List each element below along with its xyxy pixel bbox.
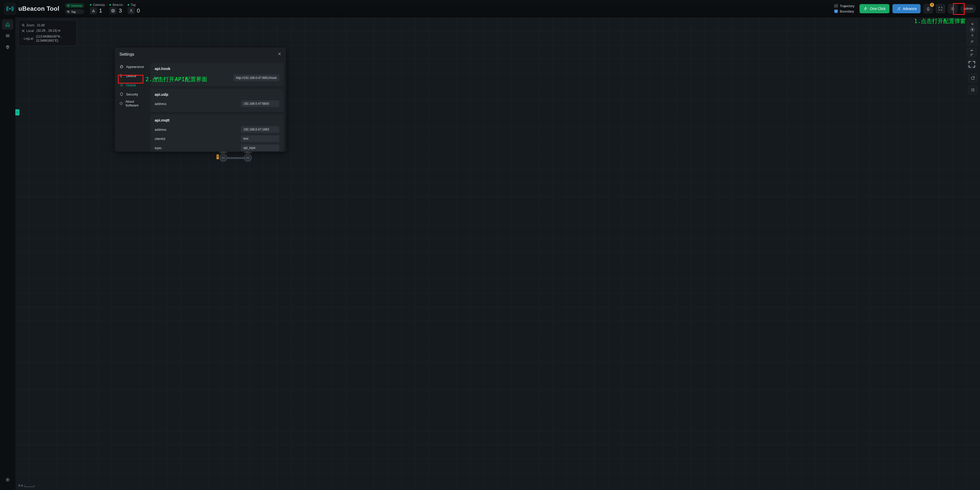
modal-close-button[interactable] bbox=[278, 52, 281, 57]
user-name: Admin bbox=[963, 6, 973, 10]
modal-nav-about[interactable]: About Software bbox=[117, 99, 147, 108]
status-chips: Gateway Tag bbox=[65, 3, 84, 14]
counter-beacon: Beacon 3 bbox=[110, 3, 123, 14]
zoom-value: 21.00 bbox=[37, 24, 45, 27]
toggle-boundary-label: Boundary bbox=[840, 10, 854, 13]
modal-nav-appearance[interactable]: Appearance bbox=[117, 62, 147, 71]
expand-left-panel[interactable] bbox=[15, 109, 19, 115]
svg-point-7 bbox=[7, 479, 8, 480]
api-mqtt-address-value[interactable]: 192.168.0.47:1883 bbox=[241, 126, 279, 133]
modal-nav-security-label: Security bbox=[126, 93, 138, 96]
modal-nav-global[interactable]: Global bbox=[117, 81, 147, 89]
svg-point-0 bbox=[9, 8, 11, 10]
lnglat-value: (113.94368100°N，22.54861681°E) bbox=[36, 35, 73, 42]
api-udp-title: api.udp bbox=[155, 92, 279, 97]
svg-point-11 bbox=[248, 158, 248, 158]
zoom-label-text: Zoom: bbox=[26, 24, 35, 27]
checkbox-icon bbox=[834, 4, 838, 8]
modal-nav-security[interactable]: Security bbox=[117, 90, 147, 99]
right-tools-bottom bbox=[968, 73, 977, 94]
api-hook-url-value[interactable]: http://192.168.0.47:8901/hook bbox=[234, 75, 279, 81]
counter-beacon-value: 3 bbox=[119, 7, 122, 14]
section-api-udp: api.udp address 192.168.0.47:5600 bbox=[151, 89, 283, 112]
checkbox-icon bbox=[834, 10, 838, 13]
modal-content: api.hook url http://192.168.0.47:8901/ho… bbox=[149, 61, 286, 152]
layer-toggles: Trajectory Boundary bbox=[834, 4, 854, 13]
dot-icon bbox=[127, 4, 129, 6]
api-mqtt-title: api.mqtt bbox=[155, 118, 279, 122]
logo-icon bbox=[4, 3, 16, 14]
counters: Gateway 1 Beacon 3 Tag bbox=[90, 3, 140, 14]
right-tools-top: N S 0° 0° bbox=[967, 19, 977, 69]
svg-point-3 bbox=[111, 9, 115, 12]
api-mqtt-topic-value[interactable]: api_topic bbox=[241, 145, 279, 151]
warning-marker: ! bbox=[216, 154, 219, 159]
nav-bottom-settings[interactable] bbox=[2, 475, 13, 485]
advance-label: Advance bbox=[903, 6, 917, 11]
map-node[interactable]: 020 bbox=[220, 154, 227, 162]
map-link bbox=[224, 157, 247, 159]
rotate-deg: 0° bbox=[970, 53, 974, 56]
lnglat-label-text: LngLat: bbox=[24, 37, 34, 40]
zoom-label: Zoom: bbox=[22, 24, 35, 27]
nav-home[interactable] bbox=[2, 19, 13, 30]
map-node[interactable]: 021 bbox=[244, 154, 251, 162]
one-click-label: One Click bbox=[870, 6, 886, 11]
info-panel: Zoom: 21.00 Local: (32.29，19.13) m LngLa… bbox=[18, 20, 76, 46]
modal-nav-device-label: Device bbox=[126, 74, 136, 78]
compass-tool[interactable]: N S 0° bbox=[967, 19, 977, 45]
notifications-button[interactable]: 3 bbox=[924, 4, 933, 13]
modal-title: Settings bbox=[119, 52, 134, 57]
modal-nav: Appearance Device Global Security About … bbox=[115, 61, 149, 152]
counter-gateway-value: 1 bbox=[99, 7, 102, 14]
svg-point-5 bbox=[952, 8, 953, 9]
nav-location[interactable] bbox=[2, 42, 13, 52]
columns-tool[interactable] bbox=[968, 85, 977, 94]
user-chip[interactable]: Admin bbox=[960, 4, 976, 13]
svg-point-16 bbox=[121, 85, 122, 86]
section-api-mqtt: api.mqtt address 192.168.0.47:1883 clien… bbox=[151, 114, 283, 152]
left-nav bbox=[0, 18, 15, 490]
fullscreen-tool[interactable] bbox=[967, 60, 977, 69]
svg-point-2 bbox=[112, 10, 114, 11]
api-udp-address-value[interactable]: 192.168.0.47:5600 bbox=[241, 101, 279, 107]
fullscreen-button[interactable] bbox=[936, 4, 945, 13]
modal-nav-about-label: About Software bbox=[125, 100, 145, 107]
compass-s: S bbox=[969, 32, 976, 38]
beacon-icon bbox=[110, 7, 117, 14]
lnglat-label: LngLat: bbox=[22, 37, 34, 40]
dot-icon bbox=[90, 4, 91, 6]
annotation-2: 2.点击打开API配置界面 bbox=[145, 76, 207, 83]
modal-nav-appearance-label: Appearance bbox=[126, 65, 144, 69]
local-value: (32.29，19.13) m bbox=[37, 29, 60, 33]
chip-tag-label: Tag bbox=[71, 10, 76, 13]
counter-gateway: Gateway 1 bbox=[90, 3, 105, 14]
dot-icon bbox=[110, 4, 111, 6]
toggle-boundary[interactable]: Boundary bbox=[834, 10, 854, 13]
scale-label: 3 m bbox=[18, 484, 23, 487]
api-mqtt-clientid-label: clientId bbox=[155, 137, 165, 141]
settings-button[interactable] bbox=[948, 4, 957, 13]
compass-deg: 0° bbox=[969, 38, 976, 44]
rotate-tool[interactable]: 0° bbox=[967, 48, 977, 57]
chip-tag: Tag bbox=[65, 10, 84, 14]
annotation-1: 1.点击打开配置弹窗 bbox=[914, 18, 966, 25]
modal-header: Settings bbox=[115, 48, 286, 61]
settings-modal: Settings Appearance Device Global Securi… bbox=[115, 48, 286, 152]
refresh-tool[interactable] bbox=[968, 73, 977, 83]
api-mqtt-topic-label: topic bbox=[155, 146, 162, 150]
compass-icon bbox=[969, 27, 975, 32]
svg-point-4 bbox=[130, 9, 132, 10]
toggle-trajectory[interactable]: Trajectory bbox=[834, 4, 854, 8]
advance-button[interactable]: Advance bbox=[892, 4, 921, 13]
app-logo: uBeacon Tool bbox=[4, 3, 59, 14]
counter-tag-label: Tag bbox=[130, 3, 135, 6]
one-click-button[interactable]: One Click bbox=[859, 4, 889, 13]
map-scale: 3 m bbox=[18, 484, 34, 487]
nav-layers[interactable] bbox=[2, 30, 13, 41]
counter-tag-value: 0 bbox=[137, 7, 140, 14]
top-bar: uBeacon Tool Gateway Tag Gateway 1 Beaco… bbox=[0, 0, 980, 18]
counter-gateway-label: Gateway bbox=[93, 3, 105, 6]
api-mqtt-clientid-value[interactable]: test bbox=[241, 135, 279, 142]
modal-nav-device[interactable]: Device bbox=[117, 72, 147, 80]
